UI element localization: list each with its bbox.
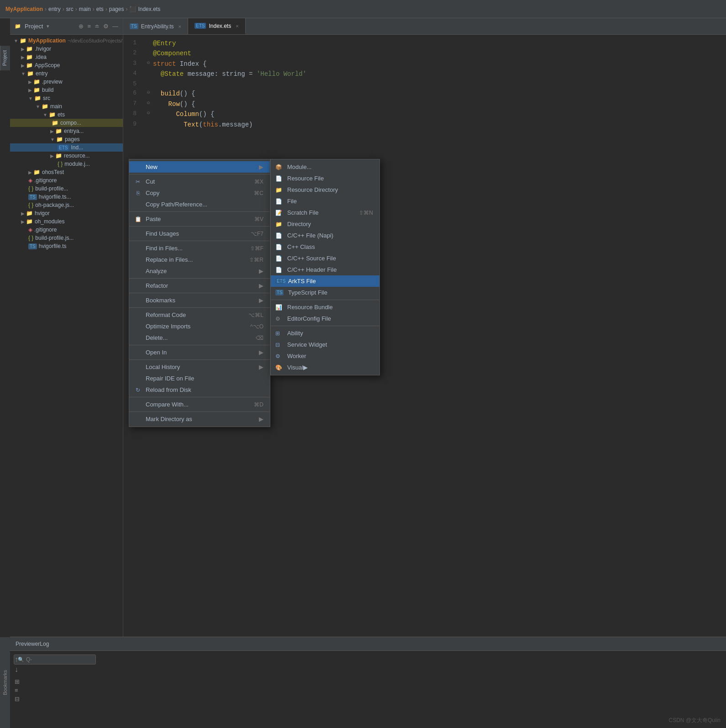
menu-label-copypath: Copy Path/Reference... [146, 201, 207, 208]
separator-10 [129, 397, 270, 397]
menu-item-refactor[interactable]: Refactor ▶ [129, 280, 270, 291]
tree-hvigorfile[interactable]: TS hvigorfile.ts... [10, 193, 123, 201]
submenu-label-directory: Directory [287, 221, 311, 227]
breadcrumb-item-5[interactable]: ets [96, 6, 104, 12]
submenu-icon-resourcefile: 📄 [275, 175, 284, 182]
menu-item-new[interactable]: New ▶ [129, 161, 270, 173]
tree-main[interactable]: ▼ 📁 main [10, 102, 123, 111]
tree-compo[interactable]: 📁 compo... [10, 119, 123, 127]
tree-build-profile[interactable]: { } build-profile... [10, 185, 123, 193]
menu-item-openin[interactable]: Open In ▶ [129, 347, 270, 358]
breadcrumb-item-2[interactable]: entry [48, 6, 61, 12]
menu-item-localhistory[interactable]: Local History ▶ [129, 361, 270, 373]
tree-preview[interactable]: ▶ 📁 .preview [10, 78, 123, 86]
breadcrumb-item-4[interactable]: main [79, 6, 91, 12]
menu-item-paste[interactable]: 📋 Paste ⌘V [129, 213, 270, 225]
tree-ohostest[interactable]: ▶ 📁 ohosTest [10, 168, 123, 176]
menu-item-copypath[interactable]: Copy Path/Reference... [129, 199, 270, 210]
tree-oh-modules[interactable]: ▶ 📁 oh_modules [10, 217, 123, 226]
submenu-item-arkts[interactable]: ETS ArkTS File [271, 275, 379, 287]
tab-close-index[interactable]: × [236, 23, 238, 29]
tree-ets[interactable]: ▼ 📁 ets [10, 111, 123, 119]
code-line-4: 4 @State message: string = 'Hello World' [123, 69, 726, 79]
tree-hvigor-root[interactable]: ▶ 📁 hvigor [10, 209, 123, 217]
submenu-item-cpp-header[interactable]: 📄 C/C++ Header File [271, 264, 379, 275]
tree-build[interactable]: ▶ 📁 build [10, 86, 123, 94]
sidebar-minimize[interactable]: — [112, 23, 118, 30]
submenu-item-cpp-class[interactable]: 📄 C++ Class [271, 241, 379, 253]
submenu-item-worker[interactable]: ⚙ Worker [271, 350, 379, 362]
tree-hvigorfile2[interactable]: TS hvigorfile.ts [10, 242, 123, 250]
tree-oh-package[interactable]: { } oh-package.js... [10, 201, 123, 209]
bottom-search-input[interactable] [26, 656, 90, 663]
tree-entry[interactable]: ▼ 📁 entry [10, 69, 123, 78]
tree-pages[interactable]: ▼ 📁 pages [10, 135, 123, 143]
panel-btn-3[interactable]: ⊟ [15, 696, 20, 702]
menu-item-bookmarks[interactable]: Bookmarks ▶ [129, 295, 270, 306]
submenu-item-module[interactable]: 📦 Module... [271, 161, 379, 173]
submenu-item-directory[interactable]: 📁 Directory [271, 218, 379, 230]
scroll-up-btn[interactable]: ↑ [15, 655, 18, 664]
tree-build-profile2[interactable]: { } build-profile.js... [10, 234, 123, 242]
menu-item-delete[interactable]: Delete... ⌫ [129, 332, 270, 343]
menu-item-reload[interactable]: ↻ Reload from Disk [129, 384, 270, 396]
menu-item-markdir[interactable]: Mark Directory as ▶ [129, 413, 270, 425]
menu-item-analyze[interactable]: Analyze ▶ [129, 265, 270, 277]
tree-entrya[interactable]: ▶ 📁 entrya... [10, 127, 123, 135]
tree-appscope[interactable]: ▶ 📁 AppScope [10, 61, 123, 69]
breadcrumb-item-3[interactable]: src [66, 6, 74, 12]
submenu-item-resourcedir[interactable]: 📁 Resource Directory [271, 184, 379, 195]
tree-resource[interactable]: ▶ 📁 resource... [10, 152, 123, 160]
tab-entry-ability[interactable]: TS EntryAbility.ts × [123, 18, 188, 34]
menu-item-reformat[interactable]: Reformat Code ⌥⌘L [129, 309, 270, 321]
menu-item-repairide[interactable]: Repair IDE on File [129, 373, 270, 384]
submenu-item-servicewidget[interactable]: ⊟ Service Widget [271, 339, 379, 350]
tree-gitignore[interactable]: ◈ .gitignore [10, 176, 123, 185]
panel-btn-2[interactable]: ≡ [15, 687, 20, 694]
tree-module-json[interactable]: { } module.j... [10, 160, 123, 168]
bottom-search-bar[interactable]: 🔍 [14, 654, 96, 665]
tree-gitignore2[interactable]: ◈ .gitignore [10, 226, 123, 234]
scroll-down-btn[interactable]: ↓ [15, 665, 18, 674]
sidebar-action-locate[interactable]: ⊕ [79, 23, 84, 30]
submenu-item-cpp-source[interactable]: 📄 C/C++ Source File [271, 253, 379, 264]
submenu-item-resourcefile[interactable]: 📄 Resource File [271, 173, 379, 184]
tree-idea[interactable]: ▶ 📁 .idea [10, 53, 123, 61]
submenu-item-editorconfig[interactable]: ⚙ EditorConfig File [271, 313, 379, 324]
submenu-item-scratchfile[interactable]: 📝 Scratch File ⇧⌘N [271, 207, 379, 218]
menu-item-replaceinfiles[interactable]: Replace in Files... ⇧⌘R [129, 254, 270, 265]
submenu-item-resourcebundle[interactable]: 📊 Resource Bundle [271, 301, 379, 313]
submenu-item-typescript[interactable]: TS TypeScript File [271, 287, 379, 298]
tree-index-ets[interactable]: ETS Ind... [10, 143, 123, 152]
tree-src[interactable]: ▼ 📁 src [10, 94, 123, 102]
tree-hvigor[interactable]: ▶ 📁 .hvigor [10, 45, 123, 53]
menu-item-findusages[interactable]: Find Usages ⌥F7 [129, 228, 270, 239]
tab-index-ets[interactable]: ETS Index.ets × [188, 18, 246, 34]
submenu-item-visual[interactable]: 🎨 Visual ▶ [271, 362, 379, 373]
breadcrumb: MyApplication › entry › src › main › ets… [0, 0, 726, 18]
menu-item-cut[interactable]: ✂ Cut ⌘X [129, 176, 270, 187]
breadcrumb-item-7[interactable]: Index.ets [138, 6, 160, 12]
tree-myapplication[interactable]: ▼ 📁 MyApplication ~/devEcoStudioProjects… [10, 37, 123, 45]
code-area[interactable]: 1 @Entry 2 @Component 3 ⊖ struct Index {… [123, 35, 726, 133]
breadcrumb-item-6[interactable]: pages [109, 6, 124, 12]
sidebar-action-sort[interactable]: ≐ [95, 23, 100, 30]
sidebar-settings[interactable]: ⚙ [103, 23, 109, 30]
submenu-item-cpp-napi[interactable]: 📄 C/C++ File (Napi) [271, 230, 379, 241]
arrow-right-openin: ▶ [259, 349, 263, 356]
menu-item-copy[interactable]: ⎘ Copy ⌘C [129, 187, 270, 199]
bookmarks-tab[interactable]: Bookmarks [0, 637, 10, 728]
menu-item-comparewith[interactable]: Compare With... ⌘D [129, 399, 270, 410]
menu-item-findinfiles[interactable]: Find in Files... ⇧⌘F [129, 243, 270, 254]
menu-item-optimize[interactable]: Optimize Imports ^⌥O [129, 321, 270, 332]
tab-close-entry[interactable]: × [179, 24, 181, 29]
breadcrumb-item-1[interactable]: MyApplication [5, 6, 43, 12]
sidebar-action-collapse[interactable]: ≡ [87, 23, 91, 30]
sidebar-actions: ⊕ ≡ ≐ ⚙ — [79, 23, 118, 30]
panel-btn-1[interactable]: ⊞ [15, 678, 20, 685]
project-vertical-tab[interactable]: Project [0, 46, 10, 70]
submenu-icon-editorconfig: ⚙ [275, 316, 284, 322]
submenu-item-ability[interactable]: ⊞ Ability [271, 327, 379, 339]
tree-label: .hvigor [35, 46, 51, 52]
submenu-item-file[interactable]: 📄 File [271, 195, 379, 207]
